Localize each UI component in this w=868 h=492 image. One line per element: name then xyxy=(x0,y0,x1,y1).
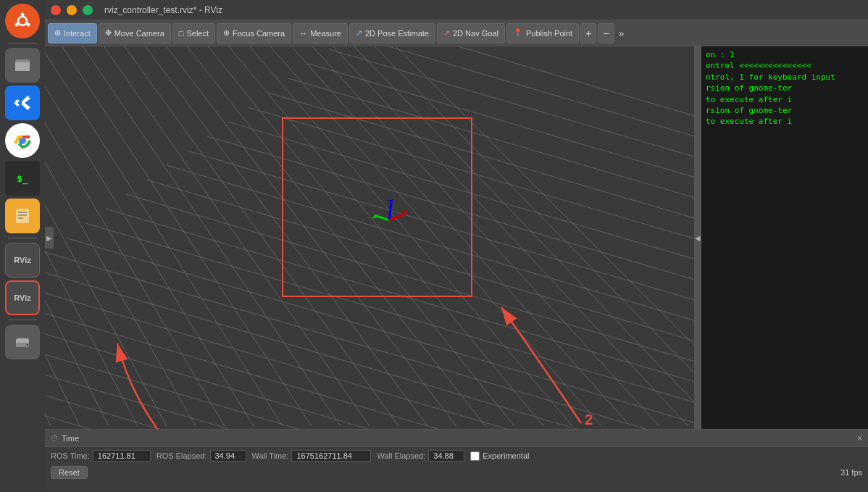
remove-button[interactable]: − xyxy=(598,23,614,43)
main-content: rviz_controller_test.rviz* - RViz ⊕ Inte… xyxy=(45,0,868,492)
measure-button[interactable]: ↔ Measure xyxy=(293,23,348,43)
svg-line-20 xyxy=(375,215,389,220)
left-panel-toggle[interactable]: ▶ xyxy=(45,227,54,249)
statusbar-title: Time xyxy=(62,434,79,443)
terminal-line-13: to execute after i xyxy=(706,116,864,127)
toolbar-more[interactable]: » xyxy=(616,26,627,41)
taskbar-vscode[interactable] xyxy=(5,86,40,120)
terminal-line-4: ntrol, 1 for keyboard input xyxy=(706,72,864,83)
wall-elapsed-label: Wall Elapsed: xyxy=(377,451,425,460)
interact-icon: ⊕ xyxy=(54,28,61,38)
taskbar: $_ RViz RViz xyxy=(0,0,45,492)
taskbar-rviz-1[interactable]: RViz xyxy=(5,243,40,278)
svg-marker-9 xyxy=(14,99,20,107)
move-camera-icon: ✥ xyxy=(105,28,112,38)
chevron-left-icon: ◀ xyxy=(695,234,701,242)
wall-time-value: 1675162711.84 xyxy=(291,450,371,462)
svg-line-24 xyxy=(389,214,405,220)
taskbar-chrome[interactable] xyxy=(5,123,40,158)
ros-time-value: 162711.81 xyxy=(93,450,151,462)
terminal-line-3: ontrol <<<<<<<<<<<<<<< xyxy=(706,60,864,71)
svg-rect-6 xyxy=(15,62,30,71)
focus-camera-icon: ⊕ xyxy=(223,28,230,38)
taskbar-notes[interactable] xyxy=(5,199,40,233)
taskbar-rviz-active[interactable]: RViz xyxy=(5,280,40,315)
svg-point-19 xyxy=(27,344,29,346)
rviz-viewport[interactable]: 1 2 ▶ xyxy=(45,46,694,429)
taskbar-drive[interactable] xyxy=(5,325,40,359)
measure-icon: ↔ xyxy=(299,29,307,38)
statusbar-footer: Reset 31 fps xyxy=(45,464,868,480)
select-button[interactable]: □ Select xyxy=(172,23,215,43)
minimize-button[interactable] xyxy=(67,5,77,15)
svg-line-22 xyxy=(389,202,391,220)
2d-nav-button[interactable]: ↗ 2D Nav Goal xyxy=(437,23,505,43)
statusbar-close[interactable]: × xyxy=(857,433,862,443)
terminal-panel: on : 1 ontrol <<<<<<<<<<<<<<< ntrol, 1 f… xyxy=(701,46,868,429)
taskbar-separator-2 xyxy=(8,238,37,238)
statusbar-content: ROS Time: 162711.81 ROS Elapsed: 34.94 W… xyxy=(45,447,868,464)
title-bar: rviz_controller_test.rviz* - RViz xyxy=(45,0,868,20)
toolbar: ⊕ Interact ✥ Move Camera □ Select ⊕ Focu… xyxy=(45,20,868,46)
experimental-label: Experimental xyxy=(483,451,529,460)
taskbar-separator-3 xyxy=(8,320,37,320)
terminal-line-11: to execute after i xyxy=(706,94,864,105)
wall-time-field: Wall Time: 1675162711.84 xyxy=(252,450,372,462)
publish-point-icon: 📍 xyxy=(513,28,523,38)
terminal-line-1: on : 1 xyxy=(706,49,864,60)
add-button[interactable]: + xyxy=(580,23,596,43)
terminal-line-12: rsion of gnome-ter xyxy=(706,105,864,116)
status-bar: ⏱ Time × ROS Time: 162711.81 ROS Elapsed… xyxy=(45,429,868,492)
ros-time-label: ROS Time: xyxy=(51,451,90,460)
window-title: rviz_controller_test.rviz* - RViz xyxy=(104,5,222,15)
wall-elapsed-value: 34.88 xyxy=(428,450,464,462)
move-camera-button[interactable]: ✥ Move Camera xyxy=(99,23,171,43)
ros-elapsed-label: ROS Elapsed: xyxy=(157,451,207,460)
taskbar-terminal[interactable]: $_ xyxy=(5,161,40,196)
svg-point-3 xyxy=(27,23,30,27)
statusbar-header: ⏱ Time × xyxy=(45,430,868,447)
experimental-checkbox[interactable] xyxy=(470,451,480,461)
ros-elapsed-field: ROS Elapsed: 34.94 xyxy=(157,450,246,462)
svg-rect-13 xyxy=(16,209,29,223)
experimental-checkbox-field: Experimental xyxy=(470,451,529,461)
interact-button[interactable]: ⊕ Interact xyxy=(48,23,97,43)
svg-rect-7 xyxy=(17,59,22,62)
2d-pose-button[interactable]: ↗ 2D Pose Estimate xyxy=(349,23,435,43)
ros-elapsed-value: 34.94 xyxy=(210,450,246,462)
wall-time-label: Wall Time: xyxy=(252,451,289,460)
terminal-line-10: rsion of gnome-ter xyxy=(706,83,864,93)
fps-display: 31 fps xyxy=(840,468,862,477)
publish-point-button[interactable]: 📍 Publish Point xyxy=(506,23,579,43)
wall-elapsed-field: Wall Elapsed: 34.88 xyxy=(377,450,464,462)
focus-camera-button[interactable]: ⊕ Focus Camera xyxy=(217,23,291,43)
2d-nav-icon: ↗ xyxy=(443,28,450,38)
reset-button[interactable]: Reset xyxy=(51,466,88,479)
taskbar-separator-1 xyxy=(8,43,37,43)
axis-indicator xyxy=(367,195,411,238)
svg-marker-23 xyxy=(388,199,393,202)
select-icon: □ xyxy=(179,29,184,38)
maximize-button[interactable] xyxy=(83,5,93,15)
close-button[interactable] xyxy=(51,5,61,15)
ros-time-field: ROS Time: 162711.81 xyxy=(51,450,151,462)
right-panel-toggle[interactable]: ◀ xyxy=(694,46,701,429)
svg-point-4 xyxy=(15,23,19,27)
taskbar-files[interactable] xyxy=(5,48,40,83)
taskbar-ubuntu[interactable] xyxy=(5,4,40,38)
2d-pose-icon: ↗ xyxy=(356,28,362,38)
svg-point-2 xyxy=(21,13,25,17)
viewport-container: 1 2 ▶ ◀ on : 1 xyxy=(45,46,868,429)
